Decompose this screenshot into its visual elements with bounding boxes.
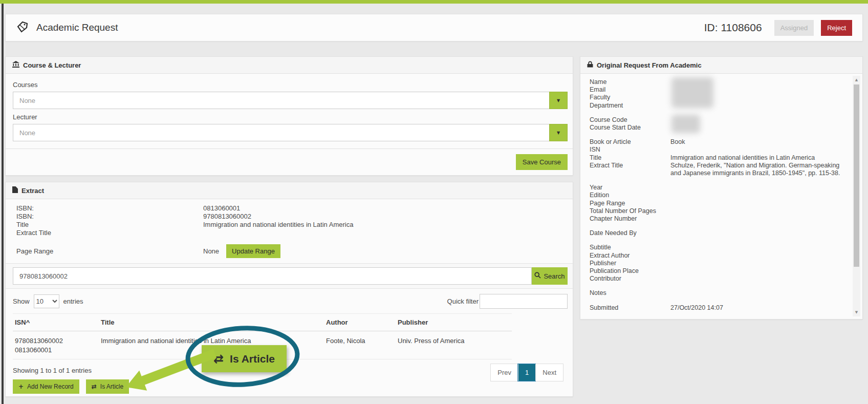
courses-label: Courses [13, 81, 568, 89]
request-field-row: Email [590, 86, 845, 94]
request-field-row: Publication Place [590, 267, 845, 275]
pagination-prev[interactable]: Prev [491, 364, 518, 381]
page-range-row: Page Range None Update Range [16, 244, 573, 258]
show-label: Show [13, 297, 30, 305]
page-range-value: None [203, 247, 219, 255]
extract-title: Extract [21, 187, 44, 195]
save-course-button[interactable]: Save Course [516, 154, 568, 170]
request-id: ID: 1108606 [704, 22, 762, 34]
redacted-personal-info [671, 77, 713, 108]
plus-icon: + [18, 383, 24, 390]
request-field-row: Chapter Number [590, 215, 845, 223]
request-field-row: Year [590, 184, 845, 192]
scroll-up-icon[interactable]: ▲ [853, 76, 860, 83]
request-field-row: ISN [590, 146, 845, 154]
pagination-next[interactable]: Next [535, 364, 563, 381]
extract-field-row: Extract Title [16, 229, 568, 237]
original-request-panel: Original Request From Academic Name Emai… [580, 56, 863, 320]
cell-isn: 97808130600020813060001 [13, 331, 99, 359]
page-title: Academic Request [36, 22, 118, 33]
left-edge-bar [2, 4, 4, 404]
original-request-header: Original Request From Academic [580, 57, 862, 74]
original-request-title: Original Request From Academic [597, 61, 702, 69]
request-field-row: Date Needed By [590, 229, 845, 237]
column-header-publisher[interactable]: Publisher [396, 314, 512, 331]
page: Academic Request ID: 1108606 Assigned Re… [0, 0, 868, 404]
extract-field-row: ISBN:9780813060002 [16, 212, 568, 221]
search-icon [534, 272, 541, 280]
file-icon [12, 186, 18, 195]
course-lecturer-panel: Course & Lecturer Courses ▼ Lecturer ▼ S… [5, 56, 573, 176]
column-header-title[interactable]: Title [99, 314, 324, 331]
chevron-down-icon: ▼ [557, 98, 560, 103]
request-field-row: Subtitle [590, 244, 845, 251]
search-button[interactable]: Search [532, 267, 568, 285]
quick-filter-input[interactable] [480, 294, 568, 309]
extract-field-row: TitleImmigration and national identities… [16, 221, 568, 229]
request-field-row: Edition [590, 192, 845, 199]
pagination: Prev 1 Next [490, 364, 563, 381]
request-field-row: Contributor [590, 275, 845, 283]
request-field-row: Name [590, 78, 845, 86]
scrollbar-thumb[interactable] [854, 84, 859, 267]
entries-per-page-select[interactable]: 10 [34, 294, 59, 308]
column-header-isn[interactable]: ISN^ [13, 314, 99, 331]
redacted-course-info [671, 115, 700, 133]
request-field-row: Faculty [590, 94, 845, 101]
request-field-row: Course Code [590, 116, 845, 124]
add-new-record-button[interactable]: + Add New Record [13, 379, 79, 394]
request-field-row: Submitted27/Oct/2020 14:07 [590, 304, 845, 312]
request-field-row: Course Start Date [590, 124, 845, 132]
request-field-row: TitleImmigration and national identities… [590, 154, 845, 162]
entries-label: entries [63, 297, 83, 305]
column-header-author[interactable]: Author [324, 314, 396, 331]
lecturer-label: Lecturer [13, 113, 568, 121]
tags-icon [16, 20, 29, 35]
quick-filter-label: Quick filter [447, 297, 479, 305]
courses-select-input[interactable] [13, 92, 549, 109]
extract-header: Extract [6, 182, 573, 199]
reject-button[interactable]: Reject [821, 20, 852, 36]
top-accent-bar [0, 0, 868, 4]
swap-arrows-icon: ⇄ [92, 383, 97, 390]
scrollbar[interactable]: ▲ ▼ [853, 76, 860, 316]
request-field-row: Extract TitleSchulze, Frederik, "Nation … [590, 162, 845, 177]
course-lecturer-header: Course & Lecturer [6, 57, 573, 74]
table-summary: Showing 1 to 1 of 1 entries [13, 367, 129, 374]
request-field-row: Book or ArticleBook [590, 138, 845, 146]
swap-arrows-icon: ⇄ [213, 352, 224, 366]
request-field-row: Total Number Of Pages [590, 207, 845, 215]
annotation-is-article-button: ⇄ Is Article [202, 345, 287, 372]
course-lecturer-title: Course & Lecturer [23, 61, 81, 69]
request-field-row: Notes [590, 289, 845, 297]
sort-asc-icon: ^ [26, 318, 30, 326]
cell-publisher: Univ. Press of America [396, 331, 512, 359]
table-header-row: ISN^ Title Author Publisher [13, 314, 512, 331]
institution-icon [12, 61, 19, 69]
request-field-row: Page Range [590, 200, 845, 207]
lock-icon [587, 61, 593, 69]
page-range-label: Page Range [16, 247, 203, 255]
cell-author: Foote, Nicola [324, 331, 396, 359]
request-field-row: Publisher [590, 260, 845, 267]
extract-field-row: ISBN:0813060001 [16, 204, 568, 212]
chevron-down-icon: ▼ [557, 131, 560, 135]
update-range-button[interactable]: Update Range [226, 244, 280, 258]
is-article-button[interactable]: ⇄ Is Article [86, 379, 129, 394]
courses-dropdown-button[interactable]: ▼ [549, 92, 568, 109]
extract-panel: Extract ISBN:0813060001 ISBN:97808130600… [5, 182, 573, 397]
page-header: Academic Request ID: 1108606 Assigned Re… [5, 14, 863, 41]
isn-search-input[interactable] [13, 267, 532, 285]
request-field-row: Department [590, 102, 845, 110]
lecturer-select-input[interactable] [13, 124, 549, 141]
lecturer-dropdown-button[interactable]: ▼ [549, 124, 568, 141]
scroll-down-icon[interactable]: ▼ [853, 309, 860, 316]
pagination-page-1[interactable]: 1 [518, 364, 535, 381]
request-field-row: Extract Author [590, 252, 845, 260]
assigned-status-button: Assigned [774, 20, 814, 36]
